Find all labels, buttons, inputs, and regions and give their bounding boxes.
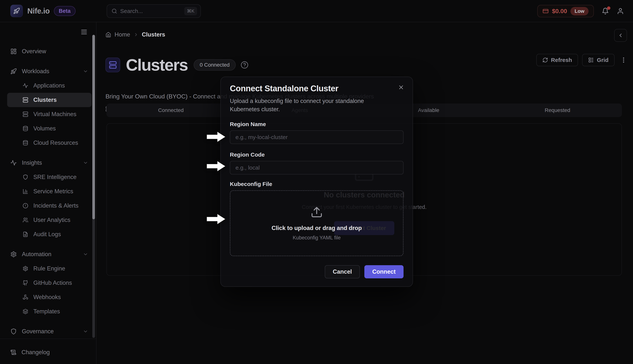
column-requested[interactable]: Requested bbox=[493, 107, 622, 113]
bar-chart-icon bbox=[23, 188, 28, 194]
page-title-row: Clusters 0 Connected bbox=[106, 55, 248, 74]
sidebar-item-incidents-alerts[interactable]: Incidents & Alerts bbox=[0, 198, 96, 213]
app-root: Nife.io Beta Search... ⌘K $0.00 Low bbox=[0, 0, 633, 364]
chevron-down-icon bbox=[83, 329, 88, 334]
dashboard-icon bbox=[10, 48, 17, 54]
sidebar-item-templates[interactable]: Templates bbox=[0, 304, 96, 319]
sidebar-section-insights[interactable]: Insights bbox=[0, 156, 96, 170]
sidebar-item-github-actions[interactable]: GitHub Actions bbox=[0, 276, 96, 290]
kubeconfig-upload-dropzone[interactable]: Click to upload or drag and drop Kubecon… bbox=[230, 190, 404, 256]
shield-icon bbox=[23, 174, 28, 180]
file-text-icon bbox=[23, 232, 28, 237]
breadcrumb: Home Clusters bbox=[106, 31, 165, 38]
breadcrumb-current: Clusters bbox=[142, 31, 165, 38]
gear-icon bbox=[10, 251, 17, 258]
notification-dot bbox=[607, 6, 610, 10]
app-title: Nife.io bbox=[27, 7, 50, 15]
search-input[interactable]: Search... ⌘K bbox=[107, 4, 201, 18]
rocket-icon bbox=[13, 8, 20, 14]
page-actions: Refresh Grid bbox=[536, 54, 627, 66]
modal-description: Upload a kubeconfig file to connect your… bbox=[230, 97, 388, 114]
sidebar-scrollbar-thumb[interactable] bbox=[92, 35, 95, 219]
sidebar-section-workloads[interactable]: Workloads bbox=[0, 64, 96, 78]
sidebar-item-audit-logs[interactable]: Audit Logs bbox=[0, 227, 96, 242]
activity-icon bbox=[10, 160, 17, 166]
sidebar-section-governance[interactable]: Governance bbox=[0, 324, 96, 338]
region-code-label: Region Code bbox=[230, 152, 404, 158]
billing-level-badge: Low bbox=[570, 7, 588, 16]
grid-icon bbox=[588, 57, 594, 63]
sidebar-section-automation[interactable]: Automation bbox=[0, 247, 96, 262]
app-logo bbox=[10, 5, 23, 17]
layers-icon bbox=[23, 309, 28, 314]
rocket-icon bbox=[10, 68, 17, 74]
gear-icon bbox=[23, 266, 28, 272]
cancel-button[interactable]: Cancel bbox=[325, 265, 360, 278]
sidebar-item-service-metrics[interactable]: Service Metrics bbox=[0, 184, 96, 198]
billing-button[interactable]: $0.00 Low bbox=[537, 5, 594, 17]
sidebar-divider bbox=[0, 338, 96, 339]
users-icon bbox=[23, 217, 28, 223]
chevron-down-icon bbox=[83, 252, 88, 257]
clusters-icon-box bbox=[106, 58, 120, 72]
sidebar-item-applications[interactable]: Applications bbox=[0, 78, 96, 93]
sidebar-item-sre-intelligence[interactable]: SRE Intelligence bbox=[0, 170, 96, 184]
sidebar-item-rule-engine[interactable]: Rule Engine bbox=[0, 262, 96, 276]
chevron-left-icon bbox=[617, 32, 623, 38]
alert-circle-icon bbox=[23, 203, 28, 208]
connected-count-badge: 0 Connected bbox=[194, 59, 236, 70]
annotation-arrow-kubeconfig bbox=[206, 213, 226, 226]
database-icon bbox=[23, 140, 28, 146]
home-icon[interactable] bbox=[106, 32, 111, 38]
database-icon bbox=[23, 126, 28, 131]
search-icon bbox=[112, 8, 117, 14]
region-name-label: Region Name bbox=[230, 121, 404, 128]
connect-button[interactable]: Connect bbox=[364, 265, 404, 278]
logo-area[interactable]: Nife.io Beta bbox=[10, 5, 76, 17]
kubeconfig-file-label: Kubeconfig File bbox=[230, 181, 404, 187]
sidebar-item-volumes[interactable]: Volumes bbox=[0, 122, 96, 136]
chevron-down-icon bbox=[83, 160, 88, 166]
chevron-right-icon bbox=[134, 32, 138, 37]
sidebar: Overview Workloads Applications Clusters bbox=[0, 22, 97, 364]
column-connected[interactable]: Connected bbox=[106, 107, 235, 113]
upload-hint: Kubeconfig YAML file bbox=[293, 235, 341, 241]
sidebar-item-clusters[interactable]: Clusters bbox=[7, 93, 92, 107]
more-options-button[interactable] bbox=[620, 57, 627, 64]
refresh-button[interactable]: Refresh bbox=[536, 54, 578, 66]
user-menu-button[interactable] bbox=[617, 8, 624, 15]
sidebar-item-overview[interactable]: Overview bbox=[0, 44, 96, 58]
sidebar-item-virtual-machines[interactable]: Virtual Machines bbox=[0, 107, 96, 122]
sidebar-nav: Overview Workloads Applications Clusters bbox=[0, 22, 96, 338]
annotation-arrow-region-code bbox=[206, 160, 226, 172]
upload-icon bbox=[310, 206, 323, 218]
activity-icon bbox=[23, 83, 28, 88]
breadcrumb-home[interactable]: Home bbox=[115, 31, 130, 38]
search-placeholder: Search... bbox=[120, 8, 184, 14]
sidebar-item-cloud-resources[interactable]: Cloud Resources bbox=[0, 136, 96, 150]
region-name-input[interactable] bbox=[230, 130, 404, 144]
help-icon[interactable] bbox=[241, 61, 248, 69]
sidebar-item-changelog[interactable]: Changelog bbox=[0, 345, 96, 360]
billing-amount: $0.00 bbox=[552, 8, 567, 15]
app-header: Nife.io Beta Search... ⌘K $0.00 Low bbox=[0, 0, 633, 22]
credit-card-icon bbox=[543, 8, 549, 14]
notifications-button[interactable] bbox=[602, 8, 609, 15]
search-shortcut-badge: ⌘K bbox=[184, 7, 197, 15]
beta-badge: Beta bbox=[54, 6, 76, 16]
sidebar-item-webhooks[interactable]: Webhooks bbox=[0, 290, 96, 304]
sidebar-item-user-analytics[interactable]: User Analytics bbox=[0, 213, 96, 227]
refresh-icon bbox=[542, 57, 548, 63]
server-icon bbox=[23, 112, 28, 117]
server-icon bbox=[23, 97, 28, 103]
close-icon[interactable] bbox=[398, 84, 404, 90]
chevron-down-icon bbox=[83, 69, 88, 74]
scroll-text-icon bbox=[10, 349, 17, 355]
annotation-arrow-region-name bbox=[206, 130, 226, 143]
region-code-input[interactable] bbox=[230, 161, 404, 174]
sidebar-scroll-area: Overview Workloads Applications Clusters bbox=[0, 22, 96, 338]
header-right: $0.00 Low bbox=[537, 0, 624, 22]
grid-view-button[interactable]: Grid bbox=[582, 54, 614, 66]
shield-icon bbox=[10, 328, 17, 335]
collapse-panel-button[interactable] bbox=[614, 29, 627, 42]
